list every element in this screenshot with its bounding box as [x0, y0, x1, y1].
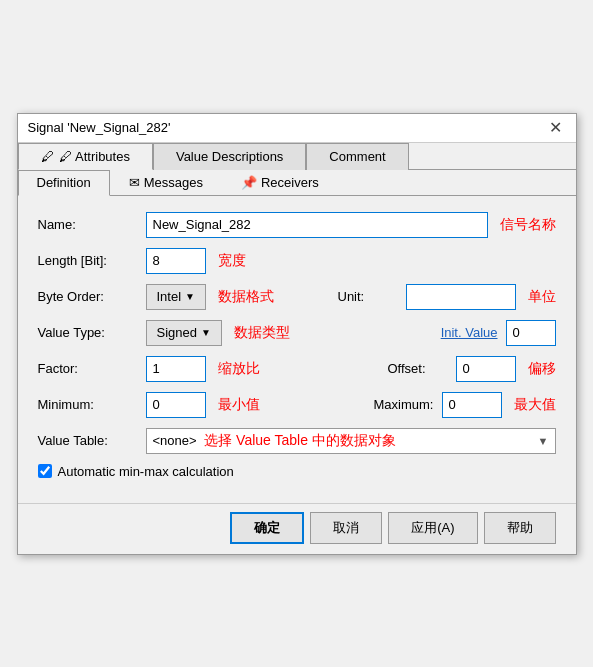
name-input[interactable]: [146, 212, 488, 238]
value-type-arrow-icon: ▼: [201, 327, 211, 338]
form-content: Name: 信号名称 Length [Bit]: 宽度 Byte Order: …: [18, 196, 576, 503]
second-tab-row: Definition ✉ Messages 📌 Receivers: [18, 170, 576, 196]
byte-order-combo[interactable]: Intel ▼: [146, 284, 206, 310]
init-value-label[interactable]: Init. Value: [441, 325, 498, 340]
name-annotation: 信号名称: [500, 216, 556, 234]
length-row: Length [Bit]: 宽度: [38, 248, 556, 274]
byte-order-label: Byte Order:: [38, 289, 138, 304]
value-table-combo[interactable]: <none> 选择 Value Table 中的数据对象 ▼: [146, 428, 556, 454]
unit-annotation: 单位: [528, 288, 556, 306]
factor-input[interactable]: [146, 356, 206, 382]
title-bar: Signal 'New_Signal_282' ✕: [18, 114, 576, 143]
value-table-row: Value Table: <none> 选择 Value Table 中的数据对…: [38, 428, 556, 454]
byte-order-arrow-icon: ▼: [185, 291, 195, 302]
minimum-label: Minimum:: [38, 397, 138, 412]
bottom-buttons: 确定 取消 应用(A) 帮助: [18, 503, 576, 554]
value-type-row: Value Type: Signed ▼ 数据类型 Init. Value: [38, 320, 556, 346]
minimum-annotation: 最小值: [218, 396, 260, 414]
tab-comment[interactable]: Comment: [306, 143, 408, 170]
top-tab-row: 🖊 🖊 Attributes Value Descriptions Commen…: [18, 143, 576, 170]
tab-definition[interactable]: Definition: [18, 170, 110, 196]
length-annotation: 宽度: [218, 252, 246, 270]
byte-order-annotation: 数据格式: [218, 288, 274, 306]
tab-value-descriptions[interactable]: Value Descriptions: [153, 143, 306, 170]
tab-messages[interactable]: ✉ Messages: [110, 170, 222, 195]
factor-label: Factor:: [38, 361, 138, 376]
tab-receivers[interactable]: 📌 Receivers: [222, 170, 338, 195]
help-button[interactable]: 帮助: [484, 512, 556, 544]
auto-minmax-checkbox[interactable]: [38, 464, 52, 478]
minimum-row: Minimum: 最小值 Maximum: 最大值: [38, 392, 556, 418]
receivers-icon: 📌: [241, 175, 257, 190]
factor-annotation: 缩放比: [218, 360, 260, 378]
length-label: Length [Bit]:: [38, 253, 138, 268]
cancel-button[interactable]: 取消: [310, 512, 382, 544]
apply-button[interactable]: 应用(A): [388, 512, 477, 544]
auto-minmax-label: Automatic min-max calculation: [58, 464, 234, 479]
maximum-input[interactable]: [442, 392, 502, 418]
signal-dialog: Signal 'New_Signal_282' ✕ 🖊 🖊 Attributes…: [17, 113, 577, 555]
checkbox-row: Automatic min-max calculation: [38, 464, 556, 479]
name-label: Name:: [38, 217, 138, 232]
value-type-combo[interactable]: Signed ▼: [146, 320, 222, 346]
ok-button[interactable]: 确定: [230, 512, 304, 544]
init-value-input[interactable]: [506, 320, 556, 346]
pencil-icon: 🖊: [41, 149, 54, 164]
value-type-annotation: 数据类型: [234, 324, 290, 342]
offset-input[interactable]: [456, 356, 516, 382]
unit-input[interactable]: [406, 284, 516, 310]
dialog-title: Signal 'New_Signal_282': [28, 120, 171, 135]
value-table-label: Value Table:: [38, 433, 138, 448]
messages-icon: ✉: [129, 175, 140, 190]
minimum-input[interactable]: [146, 392, 206, 418]
byte-order-row: Byte Order: Intel ▼ 数据格式 Unit: 单位: [38, 284, 556, 310]
offset-label: Offset:: [388, 361, 448, 376]
maximum-annotation: 最大值: [514, 396, 556, 414]
maximum-label: Maximum:: [374, 397, 434, 412]
value-table-arrow-icon: ▼: [538, 435, 549, 447]
close-button[interactable]: ✕: [545, 120, 566, 136]
offset-annotation: 偏移: [528, 360, 556, 378]
value-type-label: Value Type:: [38, 325, 138, 340]
unit-label: Unit:: [338, 289, 398, 304]
name-row: Name: 信号名称: [38, 212, 556, 238]
factor-row: Factor: 缩放比 Offset: 偏移: [38, 356, 556, 382]
length-input[interactable]: [146, 248, 206, 274]
value-table-annotation: 选择 Value Table 中的数据对象: [204, 432, 396, 448]
tab-attributes[interactable]: 🖊 🖊 Attributes: [18, 143, 153, 170]
